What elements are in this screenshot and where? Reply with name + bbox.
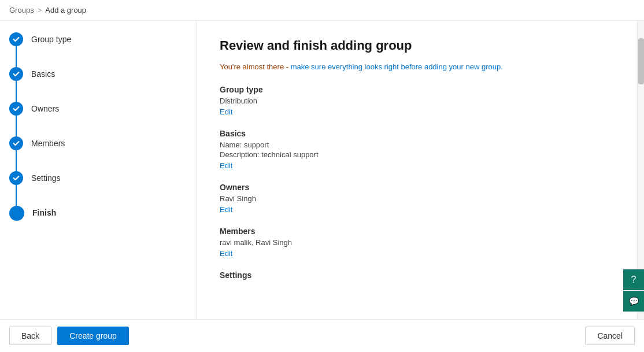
side-icons: ? 💬 (623, 269, 644, 312)
subtitle-text: You're almost there - (220, 62, 291, 71)
step-left-group-type (9, 32, 23, 67)
scroll-thumb (638, 38, 644, 84)
step-connector-members (16, 150, 17, 171)
step-label-group-type[interactable]: Group type (31, 32, 71, 46)
step-connector-group-type (16, 46, 17, 67)
content-scroll: Review and finish adding group You're al… (197, 21, 644, 304)
cancel-button[interactable]: Cancel (585, 327, 635, 345)
review-section-title-settings: Settings (220, 271, 621, 280)
review-value-basics-1: Description: technical support (220, 150, 621, 159)
step-connector-settings (16, 185, 17, 206)
subtitle: You're almost there - make sure everythi… (220, 62, 621, 71)
step-label-finish[interactable]: Finish (32, 206, 56, 219)
side-icon-help[interactable]: ? (623, 269, 644, 290)
step-left-settings (9, 171, 23, 206)
review-section-members: Members ravi malik, Ravi Singh Edit (220, 227, 621, 258)
breadcrumb-parent[interactable]: Groups (9, 6, 34, 14)
review-section-basics: Basics Name: support Description: techni… (220, 129, 621, 170)
step-left-finish (9, 206, 24, 221)
check-icon (13, 36, 20, 43)
step-label-settings[interactable]: Settings (31, 171, 61, 184)
check-icon (13, 175, 20, 181)
back-button[interactable]: Back (9, 327, 51, 345)
sidebar: Group type Basics (0, 21, 197, 319)
step-connector-basics (16, 81, 17, 102)
step-label-basics[interactable]: Basics (31, 67, 55, 80)
step-connector-owners (16, 116, 17, 136)
step-finish: Finish (9, 206, 187, 221)
footer: Back Create group Cancel (0, 319, 644, 352)
step-settings: Settings (9, 171, 187, 206)
check-icon (13, 71, 20, 77)
review-section-title-group-type: Group type (220, 85, 621, 94)
review-value-basics-0: Name: support (220, 140, 621, 149)
breadcrumb-separator: > (38, 6, 42, 14)
step-left-owners (9, 102, 23, 136)
review-value-group-type-0: Distribution (220, 97, 621, 105)
step-circle-owners (9, 102, 23, 116)
edit-link-group-type[interactable]: Edit (220, 108, 232, 116)
side-icon-chat[interactable]: 💬 (623, 291, 644, 312)
check-icon (13, 140, 20, 147)
step-left-basics (9, 67, 23, 102)
review-section-title-members: Members (220, 227, 621, 236)
review-section-settings: Settings (220, 271, 621, 280)
step-left-members (9, 136, 23, 171)
chat-icon: 💬 (629, 297, 639, 306)
breadcrumb-current: Add a group (45, 6, 86, 14)
step-circle-settings (9, 171, 23, 185)
review-section-title-basics: Basics (220, 129, 621, 138)
subtitle-link: make sure everything looks right before … (291, 62, 503, 71)
step-circle-members (9, 136, 23, 150)
check-icon (13, 105, 20, 112)
edit-link-members[interactable]: Edit (220, 249, 232, 258)
content-area: Review and finish adding group You're al… (197, 21, 644, 319)
review-section-title-owners: Owners (220, 183, 621, 192)
breadcrumb: Groups > Add a group (0, 0, 644, 21)
page-title: Review and finish adding group (220, 38, 621, 53)
step-label-owners[interactable]: Owners (31, 102, 59, 115)
step-members: Members (9, 136, 187, 171)
step-group-type: Group type (9, 32, 187, 67)
review-value-owners-0: Ravi Singh (220, 194, 621, 203)
step-list: Group type Basics (9, 32, 187, 221)
edit-link-owners[interactable]: Edit (220, 205, 232, 214)
edit-link-basics[interactable]: Edit (220, 161, 232, 170)
review-value-members-0: ravi malik, Ravi Singh (220, 238, 621, 247)
create-group-button[interactable]: Create group (57, 327, 129, 345)
step-owners: Owners (9, 102, 187, 136)
help-icon: ? (631, 275, 636, 285)
step-circle-basics (9, 67, 23, 81)
step-basics: Basics (9, 67, 187, 102)
review-section-owners: Owners Ravi Singh Edit (220, 183, 621, 214)
step-circle-finish (9, 206, 24, 221)
main-layout: Group type Basics (0, 21, 644, 319)
step-label-members[interactable]: Members (31, 136, 65, 150)
review-section-group-type: Group type Distribution Edit (220, 85, 621, 116)
step-circle-group-type (9, 32, 23, 46)
